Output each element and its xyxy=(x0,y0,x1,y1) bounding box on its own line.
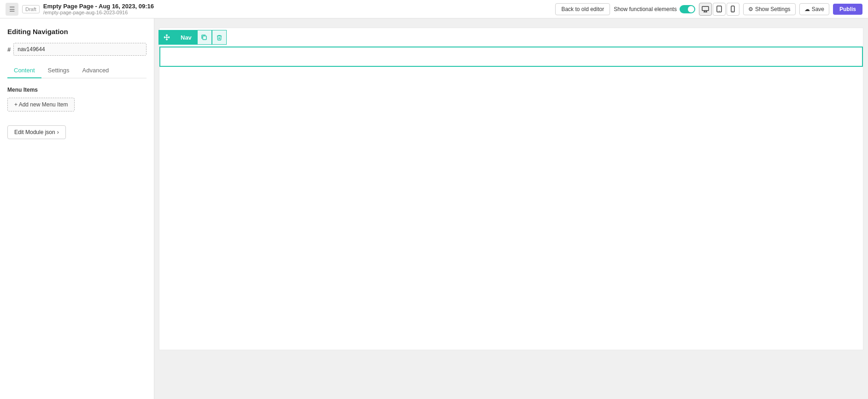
edit-json-label: Edit Module json xyxy=(14,129,55,135)
edit-module-json-button[interactable]: Edit Module json › xyxy=(7,125,66,139)
canvas-inner: Nav xyxy=(159,28,863,350)
nav-delete-button[interactable] xyxy=(212,30,227,45)
nav-element[interactable] xyxy=(159,47,863,67)
page-title: Empty Page Page - Aug 16, 2023, 09:16 xyxy=(43,3,154,10)
copy-icon xyxy=(201,35,207,41)
delete-icon xyxy=(217,35,222,41)
id-row: # xyxy=(7,43,147,56)
topbar-draft: Draft xyxy=(22,6,40,12)
svg-rect-8 xyxy=(203,36,206,40)
page-subtitle: /empty-page-page-aug-16-2023-0916 xyxy=(43,10,154,15)
menu-items-label: Menu Items xyxy=(7,87,147,93)
save-button[interactable]: ☁ Save xyxy=(799,3,829,15)
publish-button[interactable]: Publis xyxy=(833,4,862,15)
mobile-view-button[interactable] xyxy=(727,3,739,16)
app-icon: ☰ xyxy=(6,3,18,16)
id-input[interactable] xyxy=(13,43,147,56)
topbar: ☰ Draft Empty Page Page - Aug 16, 2023, … xyxy=(0,0,868,18)
sidebar-title: Editing Navigation xyxy=(7,28,147,35)
tab-advanced[interactable]: Advanced xyxy=(76,63,116,78)
tab-content[interactable]: Content xyxy=(7,63,41,78)
move-icon xyxy=(164,34,170,41)
toggle-knob xyxy=(688,6,694,12)
topbar-right: Back to old editor Show functional eleme… xyxy=(555,3,862,16)
show-functional-elements-group: Show functional elements xyxy=(614,5,695,13)
desktop-view-button[interactable] xyxy=(699,3,712,16)
svg-point-5 xyxy=(719,11,720,12)
show-settings-button[interactable]: ⚙ Show Settings xyxy=(743,3,796,15)
tablet-view-button[interactable] xyxy=(713,3,726,16)
canvas-area: Nav xyxy=(154,18,868,399)
id-hash-symbol: # xyxy=(7,46,11,53)
add-menu-row: + Add new Menu Item xyxy=(7,98,147,111)
tab-settings[interactable]: Settings xyxy=(41,63,76,78)
nav-toolbar: Nav xyxy=(158,30,227,45)
mobile-icon xyxy=(731,6,735,12)
tablet-icon xyxy=(716,6,722,12)
sidebar: Editing Navigation # Content Settings Ad… xyxy=(0,18,154,399)
nav-element-container: Nav xyxy=(159,47,863,67)
cloud-icon: ☁ xyxy=(804,6,810,12)
tabs-row: Content Settings Advanced xyxy=(7,63,147,78)
gear-icon: ⚙ xyxy=(748,6,753,12)
topbar-left: ☰ Draft Empty Page Page - Aug 16, 2023, … xyxy=(6,3,551,16)
show-functional-toggle[interactable] xyxy=(680,5,695,13)
nav-label-button[interactable]: Nav xyxy=(175,30,197,45)
view-buttons-group xyxy=(699,3,739,16)
add-menu-item-button[interactable]: + Add new Menu Item xyxy=(7,98,75,111)
show-functional-label: Show functional elements xyxy=(614,6,677,12)
back-to-old-editor-button[interactable]: Back to old editor xyxy=(555,3,610,15)
desktop-icon xyxy=(702,6,709,12)
nav-move-button[interactable] xyxy=(158,30,175,45)
main-area: Editing Navigation # Content Settings Ad… xyxy=(0,18,868,399)
svg-rect-0 xyxy=(702,6,709,11)
edit-json-arrow: › xyxy=(57,129,59,135)
nav-copy-button[interactable] xyxy=(197,30,212,45)
nav-content xyxy=(160,47,862,66)
topbar-title-group: Empty Page Page - Aug 16, 2023, 09:16 /e… xyxy=(43,3,154,15)
svg-point-7 xyxy=(733,11,733,11)
